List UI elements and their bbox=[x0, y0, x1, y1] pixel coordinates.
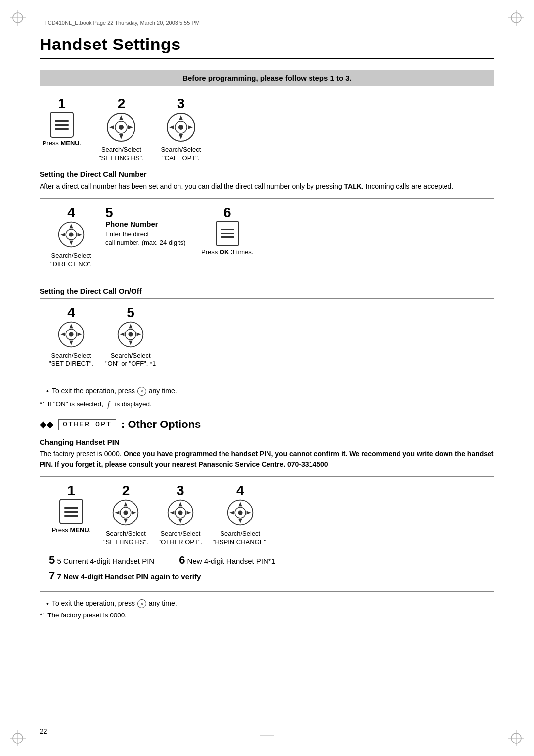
ok-button-icon bbox=[216, 221, 239, 246]
step-2-number: 2 bbox=[118, 97, 126, 111]
step-5-direct: 5 Phone Number Enter the directcall numb… bbox=[105, 206, 189, 247]
svg-marker-30 bbox=[60, 233, 65, 236]
pin-step-2-label: Search/Select"SETTING HS". bbox=[103, 530, 148, 547]
svg-marker-35 bbox=[69, 324, 73, 328]
step-3-label: Search/Select"CALL OPT". bbox=[161, 146, 201, 163]
svg-marker-16 bbox=[109, 125, 114, 129]
svg-marker-68 bbox=[229, 511, 234, 515]
pin-box: 1 Press MENU. 2 bbox=[40, 476, 494, 592]
direct-call-onoff-box: 4 Search/Select"SET DIRECT". bbox=[40, 298, 494, 379]
bullet-1: • To exit the operation, press ✕ any tim… bbox=[46, 386, 494, 396]
svg-point-46 bbox=[129, 332, 133, 336]
step-3-number: 3 bbox=[177, 97, 185, 111]
svg-point-56 bbox=[124, 511, 128, 515]
pin-step-5: 5 5 Current 4-digit Handset PIN bbox=[49, 554, 154, 567]
svg-marker-54 bbox=[115, 511, 120, 515]
bullets-section: • To exit the operation, press ✕ any tim… bbox=[40, 386, 494, 409]
pin-step-1: 1 Press MENU. bbox=[49, 484, 93, 535]
direct-call-onoff-heading: Setting the Direct Call On/Off bbox=[40, 287, 494, 295]
step-5-onoff: 5 Search/Select"ON" or "OFF". *1 bbox=[105, 306, 156, 369]
pin-step-4: 4 Search/Select"HSPIN CHANGE". bbox=[213, 484, 268, 547]
direct-call-number-text: After a direct call number has been set … bbox=[40, 181, 494, 191]
pin-step-2: 2 Search/Select"SETTING HS". bbox=[103, 484, 148, 547]
direct-call-number-section: Setting the Direct Call Number After a d… bbox=[40, 170, 494, 279]
svg-marker-59 bbox=[178, 502, 182, 507]
svg-point-39 bbox=[69, 332, 73, 336]
nav-pad-icon-4 bbox=[57, 221, 85, 250]
nav-pad-icon-pin-3 bbox=[167, 499, 194, 528]
svg-marker-15 bbox=[119, 134, 123, 139]
corner-mark-tr bbox=[507, 9, 525, 27]
svg-marker-24 bbox=[188, 125, 193, 129]
svg-text:✕: ✕ bbox=[140, 389, 143, 394]
pin-step-6: 6 New 4-digit Handset PIN*1 bbox=[179, 554, 275, 567]
svg-marker-38 bbox=[78, 332, 82, 336]
doc-header: TCD410NL_E.book Page 22 Thursday, March … bbox=[44, 20, 494, 26]
info-bar: Before programming, please follow steps … bbox=[40, 70, 494, 86]
changing-pin-heading: Changing Handset PIN bbox=[40, 438, 494, 446]
svg-marker-31 bbox=[78, 233, 82, 236]
svg-marker-67 bbox=[238, 519, 242, 523]
footer-bullets: • To exit the operation, press ✕ any tim… bbox=[40, 599, 494, 619]
pin-step-1-number: 1 bbox=[67, 484, 75, 498]
direct-call-number-heading: Setting the Direct Call Number bbox=[40, 170, 494, 178]
step-4-onoff-number: 4 bbox=[67, 306, 75, 320]
bullet-dot-1: • bbox=[46, 387, 49, 395]
svg-marker-61 bbox=[170, 511, 174, 515]
svg-point-70 bbox=[238, 511, 242, 515]
display-icon: ƒ bbox=[105, 399, 113, 409]
svg-marker-45 bbox=[137, 332, 141, 336]
menu-btn-pin bbox=[59, 499, 83, 524]
step-4-onoff: 4 Search/Select"SET DIRECT". bbox=[49, 306, 93, 369]
svg-marker-55 bbox=[132, 511, 136, 515]
pin-step-4-label: Search/Select"HSPIN CHANGE". bbox=[213, 530, 268, 547]
changing-pin-text: The factory preset is 0000. Once you hav… bbox=[40, 449, 494, 470]
step-4-direct: 4 Search/Select"DIRECT NO". bbox=[49, 206, 93, 269]
other-opt-box: OTHER OPT bbox=[58, 419, 116, 430]
page-number: 22 bbox=[40, 727, 47, 735]
diamonds-icon: ◆◆ bbox=[40, 419, 53, 430]
exit-btn-icon: ✕ bbox=[137, 386, 147, 396]
svg-marker-36 bbox=[69, 340, 73, 345]
step-4-number: 4 bbox=[67, 206, 75, 220]
svg-marker-53 bbox=[124, 519, 128, 523]
svg-marker-37 bbox=[60, 332, 65, 336]
svg-marker-52 bbox=[124, 502, 128, 507]
svg-text:ƒ: ƒ bbox=[106, 400, 111, 409]
svg-marker-60 bbox=[178, 519, 182, 523]
step-6-label: Press OK 3 times. bbox=[201, 248, 253, 257]
menu-button-icon bbox=[50, 112, 74, 138]
exit-btn-icon-2: ✕ bbox=[137, 599, 147, 609]
svg-marker-22 bbox=[179, 134, 183, 139]
pin-step-7: 7 7 New 4-digit Handset PIN again to ver… bbox=[49, 569, 485, 582]
direct-call-step-row: 4 Search/Select"DIRECT NO". bbox=[49, 206, 485, 269]
svg-marker-28 bbox=[69, 224, 73, 228]
direct-call-number-box: 4 Search/Select"DIRECT NO". bbox=[40, 198, 494, 279]
corner-mark-bl bbox=[9, 729, 27, 747]
svg-text:✕: ✕ bbox=[140, 602, 143, 606]
step-3: 3 Search/Select"CALL OPT". bbox=[159, 97, 203, 163]
step-5-onoff-number: 5 bbox=[127, 306, 134, 320]
footnote-1: *1 If "ON" is selected, ƒ is displayed. bbox=[40, 399, 494, 409]
page-title: Handset Settings bbox=[40, 35, 494, 59]
step-1: 1 Press MENU. bbox=[40, 97, 84, 148]
pin-step-1-label: Press MENU. bbox=[52, 526, 91, 535]
bullet-text-1: To exit the operation, press ✕ any time. bbox=[52, 386, 177, 396]
svg-point-18 bbox=[119, 125, 124, 130]
footer-bullet-dot: • bbox=[46, 600, 49, 608]
step-5-number: 5 bbox=[105, 206, 189, 220]
step-1-label: Press MENU. bbox=[43, 140, 82, 148]
svg-marker-29 bbox=[69, 240, 73, 245]
step-5-desc: Enter the directcall number. (max. 24 di… bbox=[105, 230, 189, 247]
onoff-step-row: 4 Search/Select"SET DIRECT". bbox=[49, 306, 485, 369]
svg-point-32 bbox=[69, 232, 73, 236]
corner-mark-br bbox=[507, 729, 525, 747]
svg-point-63 bbox=[178, 511, 182, 515]
nav-pad-icon-5b bbox=[117, 321, 144, 350]
step-6-direct: 6 Press OK 3 times. bbox=[201, 206, 253, 257]
svg-marker-62 bbox=[187, 511, 191, 515]
direct-call-onoff-section: Setting the Direct Call On/Off 4 bbox=[40, 287, 494, 379]
svg-marker-44 bbox=[120, 332, 124, 336]
step-2-label: Search/Select"SETTING HS". bbox=[99, 146, 144, 163]
svg-marker-69 bbox=[246, 511, 251, 515]
